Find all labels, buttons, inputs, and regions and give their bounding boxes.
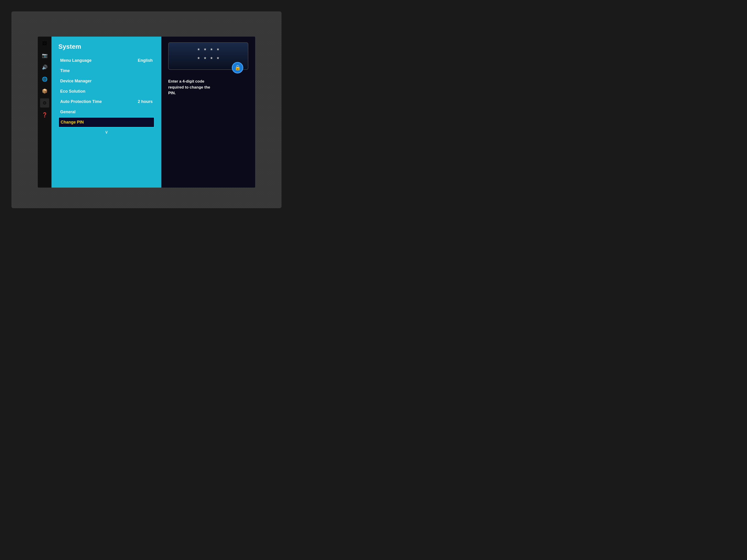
pin-dot: * [217,56,219,62]
system-panel: System Menu LanguageEnglishTimeDevice Ma… [51,36,161,188]
pin-dot: * [198,47,200,53]
menu-item-device-manager[interactable]: Device Manager [58,76,154,86]
sidebar: 🖼📷🔊🌐📦⚙❓ [38,36,51,188]
menu-item-label: General [60,110,76,114]
pin-dot: * [210,56,213,62]
system-title: System [58,43,154,50]
menu-item-label: Menu Language [60,58,92,63]
menu-item-value: 2 hours [138,99,153,104]
menu-item-time[interactable]: Time [58,65,154,76]
menu-item-value: English [138,58,153,63]
lock-icon-container: 🔒 [232,62,243,74]
menu-item-change-pin[interactable]: Change PIN [58,117,154,127]
menu-item-label: Eco Solution [60,89,85,94]
pin-display-box: **** **** 🔒 [168,42,248,70]
scroll-down-indicator: ∨ [58,129,154,135]
menu-item-label: Time [60,69,70,73]
camera-icon[interactable]: 📷 [40,51,49,60]
content-wrapper: 🖼📷🔊🌐📦⚙❓ System Menu LanguageEnglishTimeD… [38,36,255,188]
menu-items-container: Menu LanguageEnglishTimeDevice ManagerEc… [58,55,154,127]
pin-row-1: **** [198,47,219,53]
pin-row-2: **** [198,56,219,62]
pin-dot: * [204,56,206,62]
pin-entry-panel: **** **** 🔒 Enter a 4-digit coderequired… [161,36,255,188]
menu-item-label: Device Manager [60,79,92,83]
apps-icon[interactable]: 📦 [40,86,49,96]
pin-dot: * [198,56,200,62]
audio-icon[interactable]: 🔊 [40,63,49,72]
pin-dot: * [217,47,219,53]
pin-instructions: Enter a 4-digit coderequired to change t… [168,78,210,96]
menu-item-general[interactable]: General [58,107,154,117]
support-icon[interactable]: ❓ [40,110,49,119]
pin-dot: * [204,47,206,53]
menu-item-label: Change PIN [61,120,84,125]
settings-icon[interactable]: ⚙ [40,98,49,108]
menu-item-auto-protection-time[interactable]: Auto Protection Time2 hours [58,97,154,107]
tv-screen: 🖼📷🔊🌐📦⚙❓ System Menu LanguageEnglishTimeD… [11,11,282,208]
menu-item-eco-solution[interactable]: Eco Solution [58,86,154,97]
photos-icon[interactable]: 🖼 [40,39,49,48]
menu-item-label: Auto Protection Time [60,99,102,104]
network-icon[interactable]: 🌐 [40,75,49,84]
lock-icon: 🔒 [235,65,241,71]
pin-dot: * [210,47,213,53]
menu-item-menu-language[interactable]: Menu LanguageEnglish [58,55,154,65]
